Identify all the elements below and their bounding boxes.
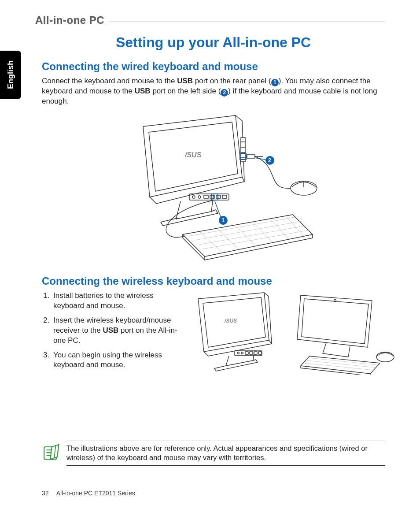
svg-point-34 xyxy=(241,352,243,354)
svg-point-2 xyxy=(192,196,195,198)
wireless-step-2: Insert the wireless keyboard/mouse recei… xyxy=(52,316,179,346)
page-body: Setting up your All-in-one PC Connecting… xyxy=(42,34,385,375)
svg-rect-38 xyxy=(258,352,262,354)
wired-text-1: Connect the keyboard and mouse to the xyxy=(42,77,177,85)
figure-wired-callout-2: 2 xyxy=(265,156,274,165)
svg-line-25 xyxy=(236,226,256,246)
language-tab: English xyxy=(0,51,21,99)
svg-line-40 xyxy=(309,358,377,365)
svg-rect-37 xyxy=(254,352,257,354)
figure-wireless: /SUS xyxy=(187,291,398,375)
product-tag-text: All-in-one PC xyxy=(35,14,109,26)
svg-point-43 xyxy=(376,352,394,362)
page-footer: 32 All-in-one PC ET2011 Series xyxy=(42,490,135,497)
figure-wired-svg: /SUS xyxy=(90,111,337,265)
svg-line-23 xyxy=(200,232,222,253)
svg-line-24 xyxy=(218,229,239,249)
svg-rect-4 xyxy=(204,195,208,198)
svg-line-20 xyxy=(195,221,302,240)
svg-rect-17 xyxy=(247,155,255,158)
section-wired-title: Connecting the wired keyboard and mouse xyxy=(42,60,385,73)
note-icon xyxy=(42,444,60,462)
product-tag-header: All-in-one PC xyxy=(35,12,385,28)
note-text: The illustrations above are for referenc… xyxy=(66,441,385,466)
svg-line-19 xyxy=(191,217,297,236)
chapter-title: Setting up your All-in-one PC xyxy=(42,34,385,51)
wired-usb-1: USB xyxy=(177,77,193,85)
svg-line-42 xyxy=(305,363,374,370)
svg-rect-35 xyxy=(245,352,248,354)
svg-rect-36 xyxy=(250,352,253,354)
svg-rect-7 xyxy=(222,195,227,198)
note-block: The illustrations above are for referenc… xyxy=(42,441,385,466)
wired-text-2: port on the rear panel ( xyxy=(193,77,271,85)
wireless-steps-list: Install batteries to the wireless keyboa… xyxy=(42,291,179,375)
svg-point-3 xyxy=(198,196,201,198)
product-tag-rule xyxy=(109,22,385,22)
figure-wired: /SUS xyxy=(90,111,337,265)
wired-usb-2: USB xyxy=(135,87,151,95)
svg-text:/SUS: /SUS xyxy=(184,151,202,159)
figure-wireless-front-svg xyxy=(292,291,398,375)
wireless-row: Install batteries to the wireless keyboa… xyxy=(42,291,385,375)
wireless-step-2-bold: USB xyxy=(103,326,118,334)
svg-text:/SUS: /SUS xyxy=(224,318,237,324)
svg-point-33 xyxy=(237,352,239,354)
wired-paragraph: Connect the keyboard and mouse to the US… xyxy=(42,76,385,107)
wireless-step-1: Install batteries to the wireless keyboa… xyxy=(52,291,179,311)
footer-page-number: 32 xyxy=(42,490,49,497)
section-wireless-title: Connecting the wireless keyboard and mou… xyxy=(42,275,385,287)
figure-wireless-rear-svg: /SUS xyxy=(187,291,284,375)
figure-wired-callout-1: 1 xyxy=(219,216,228,225)
wireless-step-3: You can begin using the wireless keyboar… xyxy=(52,350,179,371)
callout-1-inline: 1 xyxy=(271,79,279,86)
wired-text-4: port on the left side ( xyxy=(151,87,221,95)
language-tab-label: English xyxy=(6,60,15,89)
callout-2-inline: 2 xyxy=(221,89,228,97)
footer-model: All-in-one PC ET2011 Series xyxy=(56,490,135,497)
